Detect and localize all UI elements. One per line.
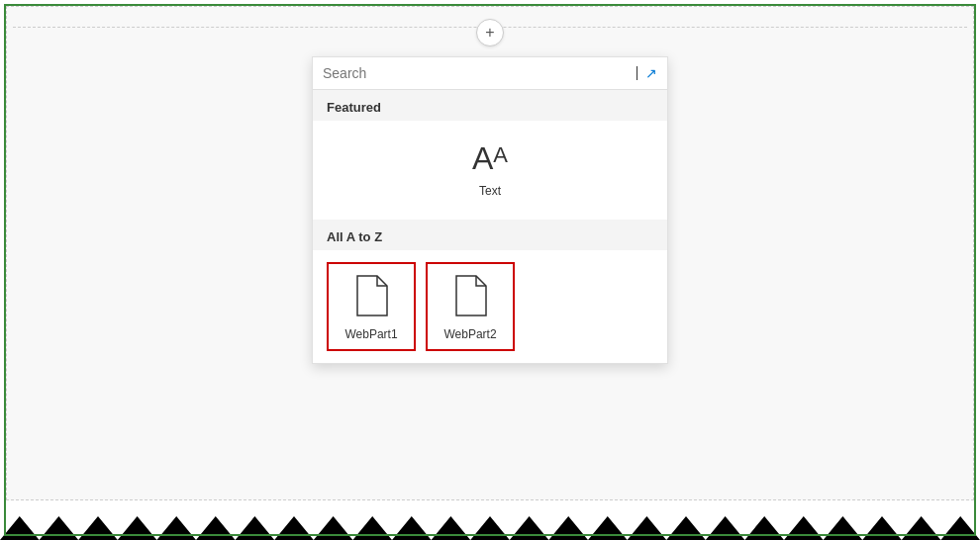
main-area: + ↗ Featured AA Text All A to Z [6, 6, 974, 500]
featured-section-header: Featured [313, 90, 667, 121]
webpart1-icon [353, 274, 389, 317]
search-input[interactable] [323, 65, 636, 81]
add-webpart-button[interactable]: + [476, 19, 504, 46]
featured-items: AA Text [313, 121, 667, 220]
search-bar: ↗ [313, 57, 667, 90]
featured-text-webpart[interactable]: AA Text [445, 135, 535, 206]
allaz-items: WebPart1 WebPart2 [313, 250, 667, 363]
big-a-char: A [472, 140, 493, 176]
cursor [637, 66, 637, 80]
webpart1-item[interactable]: WebPart1 [327, 262, 416, 351]
featured-text-label: Text [479, 184, 501, 198]
webpart-picker-panel: ↗ Featured AA Text All A to Z [312, 56, 668, 364]
webpart2-item[interactable]: WebPart2 [426, 262, 515, 351]
small-a-char: A [493, 142, 508, 167]
expand-icon[interactable]: ↗ [645, 65, 657, 81]
panel-content[interactable]: Featured AA Text All A to Z [313, 90, 667, 363]
plus-icon: + [485, 25, 494, 41]
webpart2-label: WebPart2 [443, 327, 496, 341]
zigzag-decoration [0, 500, 980, 540]
allaz-section-header: All A to Z [313, 220, 667, 250]
text-webpart-icon: AA [472, 142, 508, 174]
webpart2-icon [452, 274, 488, 317]
webpart1-label: WebPart1 [344, 327, 397, 341]
